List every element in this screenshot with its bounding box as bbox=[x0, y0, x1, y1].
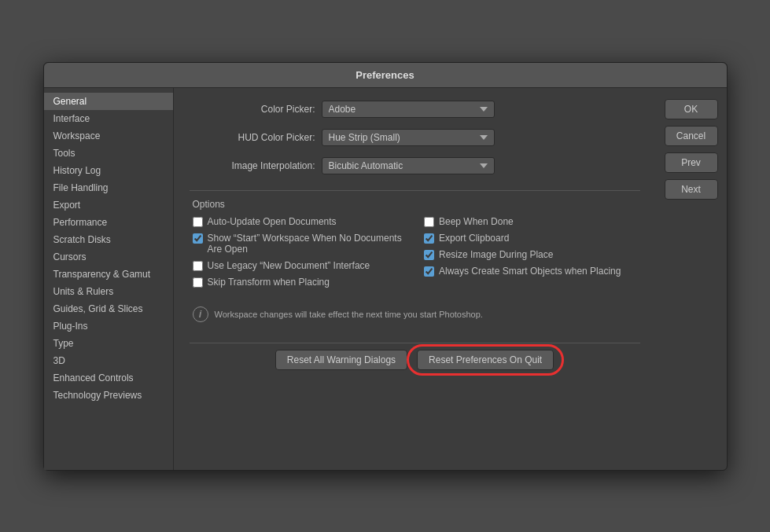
hud-color-picker-row: HUD Color Picker: Hue Strip (Small)Hue S… bbox=[190, 129, 640, 146]
sidebar-item-type[interactable]: Type bbox=[44, 335, 173, 352]
checkbox-input[interactable] bbox=[424, 250, 434, 260]
checkbox-label: Use Legacy “New Document” Interface bbox=[208, 260, 370, 271]
info-icon: i bbox=[193, 306, 208, 322]
title-text: Preferences bbox=[356, 69, 414, 81]
sidebar-item-history-log[interactable]: History Log bbox=[44, 162, 173, 179]
sidebar-item-scratch-disks[interactable]: Scratch Disks bbox=[44, 231, 173, 248]
info-text: Workspace changes will take effect the n… bbox=[215, 310, 483, 319]
right-panel: OK Cancel Prev Next bbox=[656, 88, 727, 470]
sidebar-item-workspace[interactable]: Workspace bbox=[44, 127, 173, 145]
checkbox-row: Always Create Smart Objects when Placing bbox=[424, 266, 640, 277]
checkbox-row: Auto-Update Open Documents bbox=[193, 216, 409, 227]
color-picker-select[interactable]: AdobeWindowsMac OS bbox=[322, 101, 495, 118]
checkbox-label: Beep When Done bbox=[439, 216, 514, 227]
sidebar-item-general[interactable]: General bbox=[44, 93, 173, 110]
info-row: i Workspace changes will take effect the… bbox=[190, 302, 640, 327]
checkbox-row: Skip Transform when Placing bbox=[193, 277, 409, 288]
sidebar-item-units--rulers[interactable]: Units & Rulers bbox=[44, 283, 173, 300]
checkbox-row: Beep When Done bbox=[424, 216, 640, 227]
sidebar-item-cursors[interactable]: Cursors bbox=[44, 248, 173, 266]
sidebar-item-file-handling[interactable]: File Handling bbox=[44, 179, 173, 196]
sidebar-item-enhanced-controls[interactable]: Enhanced Controls bbox=[44, 369, 173, 387]
preferences-dialog: Preferences GeneralInterfaceWorkspaceToo… bbox=[43, 62, 728, 471]
sidebar-item-interface[interactable]: Interface bbox=[44, 110, 173, 127]
hud-color-picker-label: HUD Color Picker: bbox=[190, 132, 315, 143]
action-buttons-row: Reset All Warning Dialogs Reset Preferen… bbox=[190, 343, 640, 376]
checkbox-input[interactable] bbox=[193, 217, 203, 227]
sidebar-item-plug-ins[interactable]: Plug-Ins bbox=[44, 317, 173, 335]
checkbox-input[interactable] bbox=[424, 266, 434, 277]
checkbox-row: Show “Start” Workspace When No Documents… bbox=[193, 233, 409, 255]
sidebar-item-guides-grid--slices[interactable]: Guides, Grid & Slices bbox=[44, 300, 173, 317]
sidebar-item-3d[interactable]: 3D bbox=[44, 352, 173, 369]
sidebar-item-export[interactable]: Export bbox=[44, 196, 173, 214]
checkbox-label: Skip Transform when Placing bbox=[208, 277, 330, 288]
checkbox-label: Auto-Update Open Documents bbox=[208, 216, 337, 227]
sidebar: GeneralInterfaceWorkspaceToolsHistory Lo… bbox=[44, 88, 174, 470]
checkbox-label: Show “Start” Workspace When No Documents… bbox=[208, 233, 409, 255]
reset-warnings-button[interactable]: Reset All Warning Dialogs bbox=[275, 350, 407, 370]
checkbox-input[interactable] bbox=[424, 217, 434, 227]
checkbox-input[interactable] bbox=[193, 261, 203, 271]
checkbox-row: Export Clipboard bbox=[424, 233, 640, 244]
hud-color-picker-select[interactable]: Hue Strip (Small)Hue Strip (Medium)Hue S… bbox=[322, 129, 495, 146]
image-interpolation-select[interactable]: Bicubic AutomaticNearest NeighborBilinea… bbox=[322, 157, 495, 174]
options-section: Options Auto-Update Open DocumentsShow “… bbox=[190, 190, 640, 288]
dialog-body: GeneralInterfaceWorkspaceToolsHistory Lo… bbox=[44, 88, 727, 470]
checkbox-row: Use Legacy “New Document” Interface bbox=[193, 260, 409, 271]
checkbox-input[interactable] bbox=[193, 277, 203, 288]
prev-button[interactable]: Prev bbox=[665, 152, 718, 173]
sidebar-item-performance[interactable]: Performance bbox=[44, 214, 173, 231]
sidebar-item-tools[interactable]: Tools bbox=[44, 145, 173, 162]
color-picker-label: Color Picker: bbox=[190, 104, 315, 115]
ok-button[interactable]: OK bbox=[665, 99, 718, 119]
image-interpolation-row: Image Interpolation: Bicubic AutomaticNe… bbox=[190, 157, 640, 174]
checkbox-input[interactable] bbox=[424, 233, 434, 244]
image-interpolation-label: Image Interpolation: bbox=[190, 160, 315, 171]
reset-preferences-button[interactable]: Reset Preferences On Quit bbox=[417, 350, 554, 370]
cancel-button[interactable]: Cancel bbox=[665, 126, 718, 146]
color-picker-row: Color Picker: AdobeWindowsMac OS bbox=[190, 101, 640, 118]
checkbox-row: Resize Image During Place bbox=[424, 249, 640, 260]
options-label: Options bbox=[193, 199, 640, 210]
next-button[interactable]: Next bbox=[665, 179, 718, 200]
main-content: Color Picker: AdobeWindowsMac OS HUD Col… bbox=[174, 88, 656, 470]
checkbox-input[interactable] bbox=[193, 233, 203, 244]
checkbox-label: Always Create Smart Objects when Placing bbox=[439, 266, 621, 277]
dialog-title: Preferences bbox=[44, 63, 727, 88]
checkbox-label: Export Clipboard bbox=[439, 233, 509, 244]
sidebar-item-technology-previews[interactable]: Technology Previews bbox=[44, 387, 173, 404]
checkbox-label: Resize Image During Place bbox=[439, 249, 553, 260]
sidebar-item-transparency--gamut[interactable]: Transparency & Gamut bbox=[44, 266, 173, 283]
options-grid: Auto-Update Open DocumentsShow “Start” W… bbox=[193, 216, 640, 288]
